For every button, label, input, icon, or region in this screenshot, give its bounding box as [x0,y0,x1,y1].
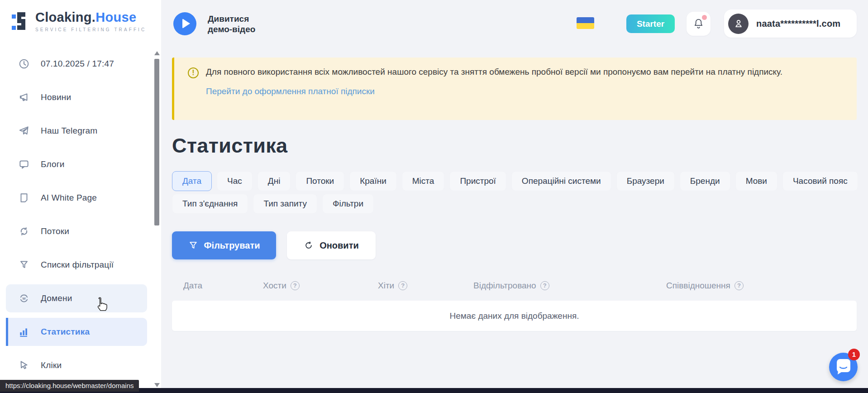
sidebar-item-clicks[interactable]: Кліки [6,351,147,379]
help-icon[interactable]: ? [734,281,744,290]
filter-tab-cities[interactable]: Міста [402,171,445,191]
table-empty-state: Немає даних для відображення. [172,301,857,331]
user-account-button[interactable]: naata**********l.com [724,10,857,38]
funnel-icon [188,240,198,250]
sidebar-nav: 07.10.2025 / 17:47 Новини Наш Telegram Б… [0,47,161,382]
sidebar-item-news[interactable]: Новини [6,83,147,111]
logo-tagline: SERVICE FILTERING TRAFFIC [35,27,146,32]
refresh-button-label: Оновити [320,240,359,251]
avatar [728,14,749,34]
app-root: Cloaking.House SERVICE FILTERING TRAFFIC… [0,0,868,393]
logo-text: Cloaking.House [35,11,146,24]
paper-plane-icon [18,125,30,137]
sidebar-item-label: Списки фільтрації [41,260,114,270]
column-label: Хіти [378,281,394,291]
cursor-icon [18,359,30,371]
flag-yellow-stripe [577,23,594,29]
refresh-button[interactable]: Оновити [287,231,376,259]
empty-state-text: Немає даних для відображення. [450,311,579,321]
page-icon [18,192,30,204]
scrollbar-thumb[interactable] [154,59,159,225]
filter-tab-request-type[interactable]: Тип запиту [253,194,317,214]
chat-widget-button[interactable]: 1 [829,353,858,381]
trial-warning-banner: ! Для повного використання всіх можливос… [172,58,857,120]
sidebar-item-statistics[interactable]: Статистика [6,318,147,346]
column-header-ratio: Співвідношення ? [666,281,744,291]
demo-video-play-button[interactable] [173,12,196,35]
notifications-button[interactable] [687,12,711,36]
banner-message: Для повного використання всіх можливосте… [206,67,782,78]
chat-unread-badge: 1 [848,349,860,360]
filter-tab-time[interactable]: Час [217,171,253,191]
upgrade-subscription-link[interactable]: Перейти до оформлення платної підписки [206,86,375,96]
sidebar-item-blogs[interactable]: Блоги [6,150,147,178]
person-icon [733,18,744,29]
refresh-icon [304,240,314,250]
help-icon[interactable]: ? [291,281,300,290]
column-header-hits: Хіти ? [378,281,407,291]
flag-blue-stripe [577,17,594,23]
user-email: naata**********l.com [756,19,840,29]
scrollbar-up-arrow[interactable] [154,51,160,55]
help-icon[interactable]: ? [540,281,549,290]
play-icon [182,19,190,29]
column-label: Дата [183,281,202,291]
column-label: Хости [263,281,286,291]
filter-button-label: Фільтрувати [204,240,260,251]
sidebar-item-label: AI White Page [41,193,97,203]
logo-icon [12,11,30,34]
filter-tab-date[interactable]: Дата [172,171,212,191]
column-label: Співвідношення [666,281,730,291]
sidebar-item-filter-lists[interactable]: Списки фільтрації [6,251,147,279]
page-title: Статистика [172,134,288,158]
notification-dot [702,15,707,20]
sidebar-item-flows[interactable]: Потоки [6,217,147,245]
sidebar-item-datetime: 07.10.2025 / 17:47 [6,50,147,78]
column-label: Відфільтровано [473,281,536,291]
funnel-icon [18,259,30,271]
filter-tab-timezone[interactable]: Часовий пояс [782,171,858,191]
sync-icon [18,225,30,237]
warning-icon: ! [188,67,199,78]
filter-tab-flows[interactable]: Потоки [296,171,344,191]
status-url-tooltip: https://cloaking.house/webmaster/domains [0,380,139,392]
sidebar-item-label: Статистика [41,327,90,337]
filter-tab-filters[interactable]: Фільтри [322,194,374,214]
filter-tabs-row-2: Тип з'єднання Тип запиту Фільтри [172,194,374,214]
sidebar-item-domains[interactable]: w Домени [6,284,147,312]
column-header-hosts: Хости ? [263,281,300,291]
megaphone-icon [18,91,30,103]
filter-tab-languages[interactable]: Мови [735,171,777,191]
domain-icon: w [18,292,30,304]
sidebar-item-label: Наш Telegram [41,126,97,136]
sidebar-item-label: Блоги [41,159,65,169]
clock-icon [18,58,30,70]
plan-starter-button[interactable]: Starter [626,14,675,33]
filter-tabs-row-1: Дата Час Дні Потоки Країни Міста Пристро… [172,171,858,191]
sidebar-item-label: Домени [41,293,72,303]
sidebar-item-label: Новини [41,92,71,102]
sidebar-item-label: Кліки [41,360,62,370]
sidebar-item-label: 07.10.2025 / 17:47 [41,59,114,69]
demo-video-label[interactable]: Дивитися демо-відео [208,14,276,34]
filter-button[interactable]: Фільтрувати [172,231,276,259]
language-flag-ukraine[interactable] [577,17,594,29]
filter-tab-browsers[interactable]: Браузери [616,171,675,191]
filter-tab-devices[interactable]: Пристрої [449,171,506,191]
help-icon[interactable]: ? [398,281,407,290]
filter-tab-connection-type[interactable]: Тип з'єднання [172,194,248,214]
filter-tab-os[interactable]: Операційні системи [511,171,611,191]
sidebar-item-ai-white-page[interactable]: AI White Page [6,184,147,212]
column-header-filtered: Відфільтровано ? [473,281,549,291]
sidebar-item-label: Потоки [41,226,69,236]
filter-tab-brands[interactable]: Бренди [680,171,730,191]
sidebar-item-telegram[interactable]: Наш Telegram [6,117,147,145]
sidebar: Cloaking.House SERVICE FILTERING TRAFFIC… [0,0,161,393]
filter-tab-countries[interactable]: Країни [349,171,397,191]
column-header-date: Дата [183,281,202,291]
logo: Cloaking.House SERVICE FILTERING TRAFFIC [12,11,146,34]
scrollbar-down-arrow[interactable] [154,383,160,387]
bar-chart-icon [18,326,30,338]
filter-tab-days[interactable]: Дні [258,171,291,191]
chat-bubble-icon [18,158,30,170]
